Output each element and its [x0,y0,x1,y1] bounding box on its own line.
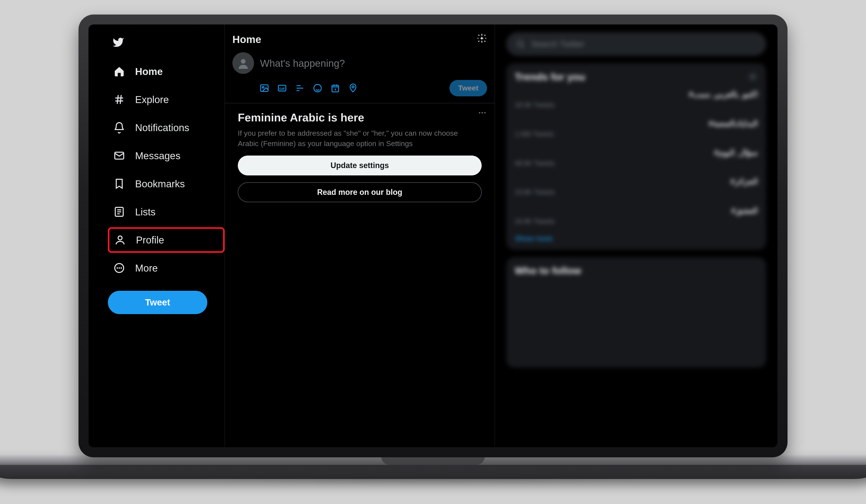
sidebar-item-label: Home [135,66,163,77]
search-icon [515,39,525,49]
sidebar-item-label: More [135,262,158,274]
update-settings-button[interactable]: Update settings [238,156,482,175]
sidebar-item-messages[interactable]: Messages [108,143,213,169]
twitter-logo[interactable] [112,36,213,49]
poll-icon[interactable] [295,83,305,93]
laptop-device-frame: Home Explore Notifications [78,14,788,490]
promo-body: If you prefer to be addressed as "she" o… [238,128,460,149]
card-more-icon[interactable] [478,108,487,118]
sidebar-item-notifications[interactable]: Notifications [108,115,213,140]
image-icon[interactable] [259,83,269,93]
trends-title: Trends for you [515,71,585,83]
bookmark-icon [113,178,125,190]
laptop-base [0,455,866,479]
promo-title: Feminine Arabic is here [238,111,482,124]
person-icon [114,234,126,246]
compose-tweet-button[interactable]: Tweet [449,80,487,96]
sidebar-item-more[interactable]: More [108,255,213,281]
trends-panel: Trends for you #اكتبو_بالعربي_سبب18.3K T… [506,63,766,250]
trend-item[interactable]: #اكتبو_بالعربي_سبب18.3K Tweets [515,88,758,112]
emoji-icon[interactable] [312,83,323,93]
schedule-icon[interactable] [330,83,341,93]
ellipsis-circle-icon [113,262,125,274]
sidebar-item-explore[interactable]: Explore [108,87,213,112]
hash-icon [113,93,125,105]
timeline-column: Home What's happening? [225,24,495,447]
search-placeholder: Search Twitter [531,39,584,49]
trend-item[interactable]: #سؤال_اليوم48.9K Tweets [515,146,758,170]
sidebar-item-lists[interactable]: Lists [108,199,213,225]
sidebar-item-profile[interactable]: Profile [108,227,225,253]
compose-input[interactable]: What's happening? [260,52,487,80]
location-icon[interactable] [348,83,358,93]
gif-icon[interactable] [277,83,287,93]
trend-item[interactable]: #البداياتـالصعبة1,580 Tweets [515,117,758,141]
right-sidebar: Search Twitter Trends for you #اكتبو_بال… [492,24,778,447]
read-more-button[interactable]: Read more on our blog [238,182,482,202]
list-icon [113,206,125,218]
show-more-link[interactable]: Show more [515,233,758,243]
promo-card: Feminine Arabic is here If you prefer to… [225,103,495,211]
sidebar-item-bookmarks[interactable]: Bookmarks [108,171,213,197]
bell-icon [113,122,125,134]
gear-icon[interactable] [748,72,758,82]
sidebar-item-label: Bookmarks [135,178,185,190]
avatar[interactable] [232,52,254,74]
tweet-button[interactable]: Tweet [108,291,207,314]
page-title: Home [232,34,261,45]
wtf-title: Who to follow [515,265,758,276]
who-to-follow-panel: Who to follow [506,257,766,367]
sidebar-item-label: Profile [136,234,164,246]
sidebar-item-label: Notifications [135,122,189,134]
search-input[interactable]: Search Twitter [506,32,766,56]
sidebar-item-label: Messages [135,150,180,162]
sidebar-item-home[interactable]: Home [108,59,213,84]
envelope-icon [113,150,125,162]
home-icon [113,66,125,77]
top-tweets-sparkle-icon[interactable] [477,33,487,46]
primary-sidebar: Home Explore Notifications [88,24,225,447]
trend-item[interactable]: #الجزائر19.8K Tweets [515,175,758,199]
trend-item[interactable]: #العشق16.9K Tweets [515,204,758,228]
sidebar-item-label: Explore [135,94,169,105]
sidebar-item-label: Lists [135,206,156,218]
compose-tweet: What's happening? [225,51,495,103]
